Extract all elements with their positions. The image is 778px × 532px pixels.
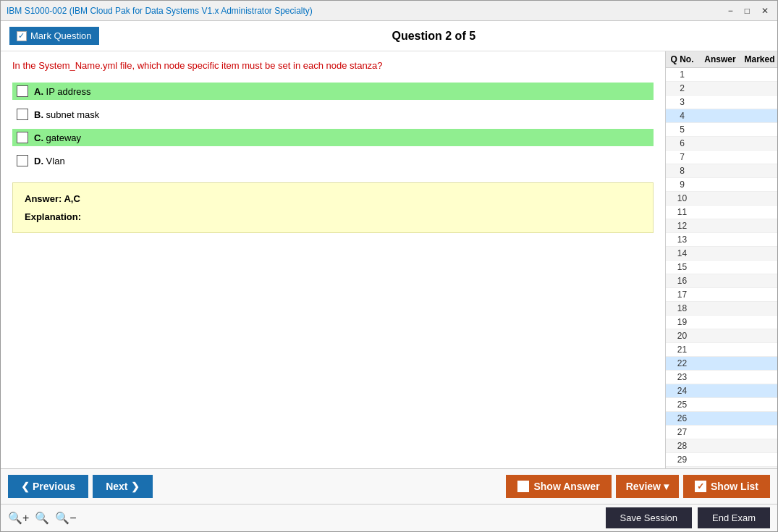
prev-chevron-icon: ❮ bbox=[21, 481, 30, 492]
table-row[interactable]: 16 bbox=[666, 274, 777, 288]
explanation-label: Explanation: bbox=[25, 211, 641, 222]
table-row[interactable]: 3 bbox=[666, 96, 777, 109]
table-row[interactable]: 19 bbox=[666, 316, 777, 329]
table-row[interactable]: 22 bbox=[666, 357, 777, 371]
table-row[interactable]: 25 bbox=[666, 398, 777, 412]
table-row[interactable]: 4 bbox=[666, 109, 777, 123]
option-b-checkbox[interactable] bbox=[17, 109, 28, 120]
option-d-checkbox[interactable] bbox=[17, 155, 28, 166]
window-title: IBM S1000-002 (IBM Cloud Pak for Data Sy… bbox=[7, 6, 313, 16]
previous-label: Previous bbox=[33, 481, 75, 492]
row-qno: 25 bbox=[666, 400, 698, 410]
table-row[interactable]: 8 bbox=[666, 164, 777, 178]
col-qno-header: Q No. bbox=[666, 54, 698, 64]
review-button[interactable]: Review ▾ bbox=[616, 475, 679, 498]
table-row[interactable]: 6 bbox=[666, 137, 777, 151]
bottom-nav: ❮ Previous Next ❯ Show Answer Review ▾ S… bbox=[1, 468, 777, 504]
row-qno: 22 bbox=[666, 358, 698, 368]
row-qno: 21 bbox=[666, 345, 698, 355]
app-window: IBM S1000-002 (IBM Cloud Pak for Data Sy… bbox=[0, 0, 778, 532]
answer-text: Answer: A,C bbox=[25, 193, 641, 204]
main-content: In the System_Name.yml file, which node … bbox=[1, 51, 777, 468]
table-row[interactable]: 2 bbox=[666, 82, 777, 96]
maximize-button[interactable]: □ bbox=[742, 6, 753, 16]
table-row[interactable]: 17 bbox=[666, 288, 777, 302]
question-title: Question 2 of 5 bbox=[99, 30, 769, 43]
row-qno: 15 bbox=[666, 262, 698, 272]
row-qno: 23 bbox=[666, 372, 698, 382]
option-c-checkbox[interactable] bbox=[17, 132, 28, 143]
show-answer-button[interactable]: Show Answer bbox=[506, 475, 611, 498]
table-row[interactable]: 5 bbox=[666, 123, 777, 137]
row-qno: 26 bbox=[666, 413, 698, 423]
window-controls: − □ ✕ bbox=[725, 6, 771, 16]
table-row[interactable]: 13 bbox=[666, 233, 777, 247]
table-row[interactable]: 9 bbox=[666, 178, 777, 192]
review-dropdown-icon: ▾ bbox=[664, 481, 669, 492]
minimize-button[interactable]: − bbox=[725, 6, 736, 16]
table-row[interactable]: 14 bbox=[666, 247, 777, 261]
show-list-label: Show List bbox=[711, 481, 758, 492]
table-row[interactable]: 18 bbox=[666, 302, 777, 316]
right-panel: Q No. Answer Marked 1 2 3 4 5 bbox=[665, 51, 777, 468]
title-bar: IBM S1000-002 (IBM Cloud Pak for Data Sy… bbox=[1, 1, 777, 21]
row-qno: 10 bbox=[666, 193, 698, 203]
row-qno: 1 bbox=[666, 69, 698, 80]
mark-checkbox-icon bbox=[17, 31, 27, 41]
mark-question-button[interactable]: Mark Question bbox=[9, 27, 99, 45]
option-a[interactable]: A. IP address bbox=[12, 83, 654, 100]
row-qno: 2 bbox=[666, 83, 698, 93]
row-qno: 13 bbox=[666, 235, 698, 245]
option-c-label: C. gateway bbox=[34, 132, 81, 143]
row-qno: 14 bbox=[666, 248, 698, 258]
table-row[interactable]: 21 bbox=[666, 343, 777, 357]
table-row[interactable]: 15 bbox=[666, 261, 777, 274]
row-qno: 9 bbox=[666, 180, 698, 190]
show-answer-icon bbox=[517, 481, 529, 492]
answer-box: Answer: A,C Explanation: bbox=[12, 182, 654, 233]
left-panel: In the System_Name.yml file, which node … bbox=[1, 51, 665, 468]
row-qno: 3 bbox=[666, 97, 698, 107]
zoom-in-icon[interactable]: 🔍+ bbox=[8, 511, 29, 525]
table-row[interactable]: 10 bbox=[666, 192, 777, 206]
row-qno: 16 bbox=[666, 276, 698, 286]
option-c[interactable]: C. gateway bbox=[12, 129, 654, 146]
table-row[interactable]: 1 bbox=[666, 68, 777, 82]
table-row[interactable]: 7 bbox=[666, 151, 777, 164]
option-b-label: B. subnet mask bbox=[34, 109, 99, 120]
review-label: Review bbox=[626, 481, 661, 492]
show-list-button[interactable]: Show List bbox=[683, 475, 770, 498]
table-row[interactable]: 24 bbox=[666, 384, 777, 398]
end-exam-button[interactable]: End Exam bbox=[698, 507, 770, 528]
option-b[interactable]: B. subnet mask bbox=[12, 106, 654, 123]
header: Mark Question Question 2 of 5 bbox=[1, 21, 777, 51]
row-qno: 5 bbox=[666, 124, 698, 135]
zoom-reset-icon[interactable]: 🔍 bbox=[35, 511, 49, 525]
save-session-button[interactable]: Save Session bbox=[606, 507, 693, 528]
table-row[interactable]: 23 bbox=[666, 371, 777, 384]
question-list[interactable]: 1 2 3 4 5 6 7 8 bbox=[666, 68, 777, 468]
table-row[interactable]: 20 bbox=[666, 329, 777, 343]
row-qno: 11 bbox=[666, 207, 698, 217]
show-list-icon bbox=[695, 481, 706, 492]
table-row[interactable]: 12 bbox=[666, 219, 777, 233]
table-row[interactable]: 11 bbox=[666, 206, 777, 219]
row-qno: 18 bbox=[666, 303, 698, 313]
next-button[interactable]: Next ❯ bbox=[93, 475, 152, 498]
row-qno: 29 bbox=[666, 455, 698, 465]
option-a-label: A. IP address bbox=[34, 86, 91, 97]
previous-button[interactable]: ❮ Previous bbox=[8, 475, 88, 498]
table-row[interactable]: 26 bbox=[666, 412, 777, 426]
row-qno: 24 bbox=[666, 386, 698, 396]
table-row[interactable]: 28 bbox=[666, 439, 777, 453]
option-d[interactable]: D. Vlan bbox=[12, 152, 654, 169]
right-panel-header: Q No. Answer Marked bbox=[666, 51, 777, 68]
next-label: Next bbox=[106, 481, 127, 492]
option-a-checkbox[interactable] bbox=[17, 85, 28, 97]
close-button[interactable]: ✕ bbox=[758, 6, 771, 16]
zoom-out-icon[interactable]: 🔍− bbox=[55, 511, 76, 525]
row-qno: 28 bbox=[666, 441, 698, 451]
zoom-row: 🔍+ 🔍 🔍− Save Session End Exam bbox=[1, 504, 777, 531]
table-row[interactable]: 27 bbox=[666, 426, 777, 439]
table-row[interactable]: 29 bbox=[666, 453, 777, 467]
